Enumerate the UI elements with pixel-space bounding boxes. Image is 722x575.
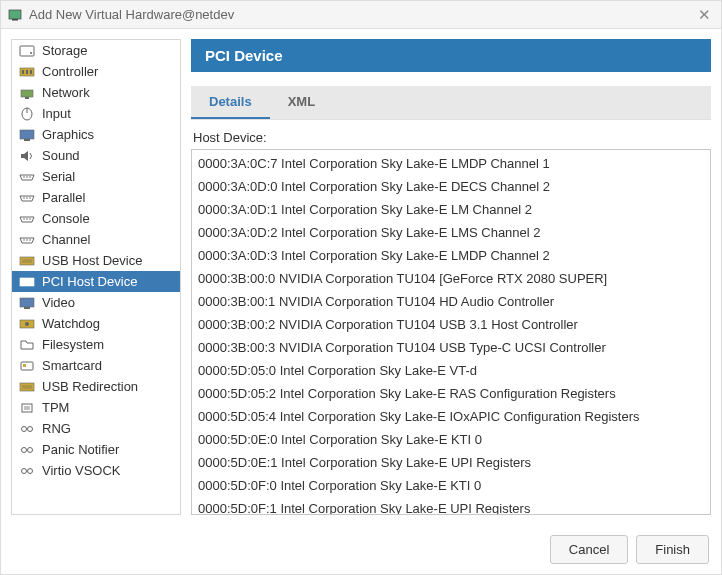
video-icon xyxy=(18,295,36,311)
sidebar-item-label: USB Host Device xyxy=(42,253,142,268)
svg-point-44 xyxy=(22,468,27,473)
sidebar-item-panic-notifier[interactable]: Panic Notifier xyxy=(12,439,180,460)
main-panel: PCI Device DetailsXML Host Device: 0000:… xyxy=(191,39,711,515)
device-item[interactable]: 0000:5D:0F:0 Intel Corporation Sky Lake-… xyxy=(192,474,710,497)
hardware-sidebar[interactable]: StorageControllerNetworkInputGraphicsSou… xyxy=(11,39,181,515)
svg-point-45 xyxy=(28,468,33,473)
close-button[interactable]: ✕ xyxy=(694,6,715,24)
tpm-icon xyxy=(18,400,36,416)
filesystem-icon xyxy=(18,337,36,353)
svg-rect-12 xyxy=(20,130,34,139)
sidebar-item-label: Serial xyxy=(42,169,75,184)
device-item[interactable]: 0000:3A:0C:7 Intel Corporation Sky Lake-… xyxy=(192,152,710,175)
svg-point-43 xyxy=(28,447,33,452)
device-item[interactable]: 0000:5D:05:0 Intel Corporation Sky Lake-… xyxy=(192,359,710,382)
svg-rect-27 xyxy=(22,259,32,263)
sidebar-item-channel[interactable]: Channel xyxy=(12,229,180,250)
svg-point-15 xyxy=(26,176,28,178)
sidebar-item-controller[interactable]: Controller xyxy=(12,61,180,82)
sidebar-item-virtio-vsock[interactable]: Virtio VSOCK xyxy=(12,460,180,481)
sound-icon xyxy=(18,148,36,164)
dialog-footer: Cancel Finish xyxy=(1,525,721,574)
sidebar-item-label: Watchdog xyxy=(42,316,100,331)
sidebar-item-label: PCI Host Device xyxy=(42,274,137,289)
svg-point-17 xyxy=(23,197,25,199)
sidebar-item-label: TPM xyxy=(42,400,69,415)
sidebar-item-label: Virtio VSOCK xyxy=(42,463,121,478)
sidebar-item-network[interactable]: Network xyxy=(12,82,180,103)
sidebar-item-label: Input xyxy=(42,106,71,121)
sidebar-item-label: Panic Notifier xyxy=(42,442,119,457)
sidebar-item-watchdog[interactable]: Watchdog xyxy=(12,313,180,334)
svg-point-22 xyxy=(29,218,31,220)
sidebar-item-graphics[interactable]: Graphics xyxy=(12,124,180,145)
sidebar-item-serial[interactable]: Serial xyxy=(12,166,180,187)
sidebar-item-video[interactable]: Video xyxy=(12,292,180,313)
svg-rect-39 xyxy=(24,406,30,410)
sidebar-item-usb-redirection[interactable]: USB Redirection xyxy=(12,376,180,397)
device-item[interactable]: 0000:3B:00:3 NVIDIA Corporation TU104 US… xyxy=(192,336,710,359)
parallel-icon xyxy=(18,190,36,206)
device-item[interactable]: 0000:3A:0D:0 Intel Corporation Sky Lake-… xyxy=(192,175,710,198)
svg-rect-5 xyxy=(22,70,24,74)
tab-bar: DetailsXML xyxy=(191,86,711,120)
sidebar-item-rng[interactable]: RNG xyxy=(12,418,180,439)
sidebar-item-usb-host-device[interactable]: USB Host Device xyxy=(12,250,180,271)
svg-rect-30 xyxy=(20,298,34,307)
sidebar-item-console[interactable]: Console xyxy=(12,208,180,229)
tab-content: Host Device: 0000:3A:0C:7 Intel Corporat… xyxy=(191,120,711,515)
sidebar-item-filesystem[interactable]: Filesystem xyxy=(12,334,180,355)
titlebar: Add New Virtual Hardware@netdev ✕ xyxy=(1,1,721,29)
device-item[interactable]: 0000:5D:0F:1 Intel Corporation Sky Lake-… xyxy=(192,497,710,515)
device-item[interactable]: 0000:5D:0E:0 Intel Corporation Sky Lake-… xyxy=(192,428,710,451)
vsock-icon xyxy=(18,463,36,479)
svg-point-20 xyxy=(23,218,25,220)
device-item[interactable]: 0000:3B:00:0 NVIDIA Corporation TU104 [G… xyxy=(192,267,710,290)
sidebar-item-label: Smartcard xyxy=(42,358,102,373)
svg-point-40 xyxy=(22,426,27,431)
sidebar-item-input[interactable]: Input xyxy=(12,103,180,124)
smartcard-icon xyxy=(18,358,36,374)
network-icon xyxy=(18,85,36,101)
sidebar-item-label: RNG xyxy=(42,421,71,436)
app-icon xyxy=(7,7,23,23)
dialog-window: Add New Virtual Hardware@netdev ✕ Storag… xyxy=(0,0,722,575)
device-item[interactable]: 0000:5D:05:2 Intel Corporation Sky Lake-… xyxy=(192,382,710,405)
cancel-button[interactable]: Cancel xyxy=(550,535,628,564)
tab-details[interactable]: Details xyxy=(191,86,270,119)
watchdog-icon xyxy=(18,316,36,332)
sidebar-item-label: Video xyxy=(42,295,75,310)
device-item[interactable]: 0000:5D:05:4 Intel Corporation Sky Lake-… xyxy=(192,405,710,428)
sidebar-item-label: Storage xyxy=(42,43,88,58)
sidebar-item-storage[interactable]: Storage xyxy=(12,40,180,61)
sidebar-item-label: Channel xyxy=(42,232,90,247)
sidebar-item-tpm[interactable]: TPM xyxy=(12,397,180,418)
device-item[interactable]: 0000:3A:0D:2 Intel Corporation Sky Lake-… xyxy=(192,221,710,244)
svg-point-42 xyxy=(22,447,27,452)
device-item[interactable]: 0000:3A:0D:1 Intel Corporation Sky Lake-… xyxy=(192,198,710,221)
svg-point-23 xyxy=(23,239,25,241)
host-device-list[interactable]: 0000:3A:0C:7 Intel Corporation Sky Lake-… xyxy=(191,149,711,515)
sidebar-item-label: Parallel xyxy=(42,190,85,205)
device-item[interactable]: 0000:3B:00:2 NVIDIA Corporation TU104 US… xyxy=(192,313,710,336)
svg-point-41 xyxy=(28,426,33,431)
sidebar-item-pci-host-device[interactable]: PCI Host Device xyxy=(12,271,180,292)
svg-point-3 xyxy=(30,52,32,54)
tab-xml[interactable]: XML xyxy=(270,86,333,119)
svg-rect-9 xyxy=(25,97,29,99)
window-title: Add New Virtual Hardware@netdev xyxy=(29,7,694,22)
usb-redir-icon xyxy=(18,379,36,395)
sidebar-item-sound[interactable]: Sound xyxy=(12,145,180,166)
panel-title: PCI Device xyxy=(191,39,711,72)
controller-icon xyxy=(18,64,36,80)
device-item[interactable]: 0000:3A:0D:3 Intel Corporation Sky Lake-… xyxy=(192,244,710,267)
device-item[interactable]: 0000:5D:0E:1 Intel Corporation Sky Lake-… xyxy=(192,451,710,474)
svg-point-14 xyxy=(23,176,25,178)
device-item[interactable]: 0000:3B:00:1 NVIDIA Corporation TU104 HD… xyxy=(192,290,710,313)
sidebar-item-label: Sound xyxy=(42,148,80,163)
sidebar-item-label: Console xyxy=(42,211,90,226)
svg-point-21 xyxy=(26,218,28,220)
finish-button[interactable]: Finish xyxy=(636,535,709,564)
sidebar-item-smartcard[interactable]: Smartcard xyxy=(12,355,180,376)
sidebar-item-parallel[interactable]: Parallel xyxy=(12,187,180,208)
